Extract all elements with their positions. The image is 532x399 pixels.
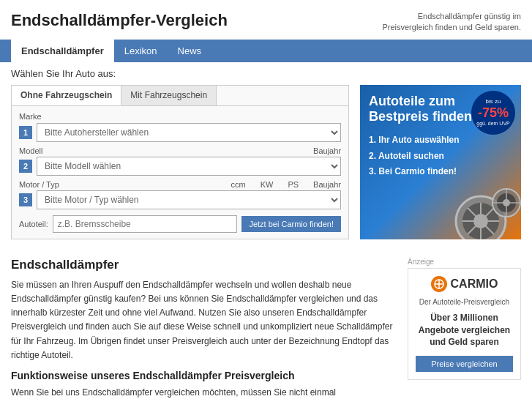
step3-badge: 3 bbox=[19, 193, 32, 206]
modell-labels: Modell Baujahr bbox=[19, 146, 341, 155]
modell-row: 2 Bitte Modell wählen bbox=[19, 157, 341, 176]
discount-badge: bis zu -75% ggü. dem UVP bbox=[471, 91, 515, 135]
main-paragraph1: Sie müssen an Ihren Auspuff den Endschal… bbox=[11, 278, 397, 362]
marke-row: 1 Bitte Autohersteller wählen bbox=[19, 123, 341, 142]
kw-label: KW bbox=[261, 180, 274, 189]
bottom-section: Endschalldämpfer Sie müssen an Ihren Aus… bbox=[0, 247, 532, 399]
wheel-graphic bbox=[441, 181, 521, 239]
carmio-compare-button[interactable]: Preise vergleichen bbox=[416, 356, 513, 372]
nav-bar: Endschalldämpfer Lexikon News bbox=[0, 40, 532, 62]
autoteil-input[interactable] bbox=[53, 215, 238, 233]
ccm-label: ccm bbox=[231, 180, 245, 189]
modell-label: Modell bbox=[19, 146, 42, 155]
modell-select[interactable]: Bitte Modell wählen bbox=[37, 157, 341, 176]
nav-item-lexikon[interactable]: Lexikon bbox=[114, 40, 168, 62]
discount-prefix: bis zu bbox=[486, 98, 501, 105]
motor-labels: Motor / Typ ccm KW PS Baujahr bbox=[19, 180, 341, 189]
page-header: Endschalldämpfer-Vergleich Endschalldämp… bbox=[0, 0, 532, 40]
tab-without-schein[interactable]: Ohne Fahrzeugschein bbox=[12, 86, 121, 105]
main-heading: Endschalldämpfer bbox=[11, 258, 397, 272]
page-title: Endschalldämpfer-Vergleich bbox=[11, 11, 228, 30]
carmio-icon bbox=[431, 276, 447, 292]
form-tabs: Ohne Fahrzeugschein Mit Fahrzeugschein bbox=[12, 86, 348, 106]
autoteil-row: Autoteil: Jetzt bei Carmio finden! bbox=[19, 215, 341, 233]
autoteil-label: Autoteil: bbox=[19, 220, 48, 228]
ps-label: PS bbox=[288, 180, 299, 189]
main-content: Ohne Fahrzeugschein Mit Fahrzeugschein M… bbox=[0, 85, 532, 239]
discount-suffix: ggü. dem UVP bbox=[476, 121, 510, 127]
carmio-tagline: Der Autoteile-Preisvergleich bbox=[416, 298, 513, 306]
discount-value: -75% bbox=[478, 105, 509, 122]
sub-heading: Funktionsweise unseres Endschalldämpfer … bbox=[11, 370, 397, 381]
ad-step2: 2. Autoteil suchen bbox=[369, 149, 512, 165]
motor-label: Motor / Typ bbox=[19, 180, 59, 189]
form-body: Marke 1 Bitte Autohersteller wählen Mode… bbox=[12, 106, 348, 239]
carmio-logo: CARMIO bbox=[416, 276, 513, 292]
nav-item-endschalldampfer[interactable]: Endschalldämpfer bbox=[11, 40, 114, 62]
anzeige-label: Anzeige bbox=[408, 258, 521, 266]
text-content: Endschalldämpfer Sie müssen an Ihren Aus… bbox=[11, 258, 397, 399]
motor-row: 3 Bitte Motor / Typ wählen bbox=[19, 190, 341, 209]
ad-step1: 1. Ihr Auto auswählen bbox=[369, 133, 512, 149]
carmio-offer-text: Über 3 Millionen Angebote vergleichen un… bbox=[416, 312, 513, 348]
ad-steps: 1. Ihr Auto auswählen 2. Autoteil suchen… bbox=[369, 133, 512, 180]
marke-label: Marke bbox=[19, 112, 341, 121]
car-form: Ohne Fahrzeugschein Mit Fahrzeugschein M… bbox=[11, 85, 349, 239]
tab-with-schein[interactable]: Mit Fahrzeugschein bbox=[121, 86, 217, 105]
form-subtitle: Wählen Sie Ihr Auto aus: bbox=[0, 62, 532, 85]
nav-item-news[interactable]: News bbox=[168, 40, 212, 62]
top-ad-banner: bis zu -75% ggü. dem UVP Autoteile zum B… bbox=[360, 85, 521, 239]
side-ad: Anzeige CARMIO Der Autoteile-Preisvergle… bbox=[408, 258, 521, 399]
baujahr2-label: Baujahr bbox=[313, 180, 341, 189]
motor-select[interactable]: Bitte Motor / Typ wählen bbox=[37, 190, 341, 209]
ad-step3: 3. Bei Carmio finden! bbox=[369, 164, 512, 180]
step2-badge: 2 bbox=[19, 160, 32, 173]
step1-badge: 1 bbox=[19, 126, 32, 139]
carmio-logo-text: CARMIO bbox=[451, 277, 498, 291]
main-paragraph2: Wenn Sie bei uns Endschalldämpfer vergle… bbox=[11, 386, 397, 399]
baujahr-label: Baujahr bbox=[313, 146, 341, 155]
carmio-find-button[interactable]: Jetzt bei Carmio finden! bbox=[241, 216, 341, 232]
carmio-ad-box: CARMIO Der Autoteile-Preisvergleich Über… bbox=[408, 268, 521, 380]
marke-select[interactable]: Bitte Autohersteller wählen bbox=[37, 123, 341, 142]
header-tagline: Endschalldämpfer günstig im Preisverglei… bbox=[375, 11, 521, 34]
